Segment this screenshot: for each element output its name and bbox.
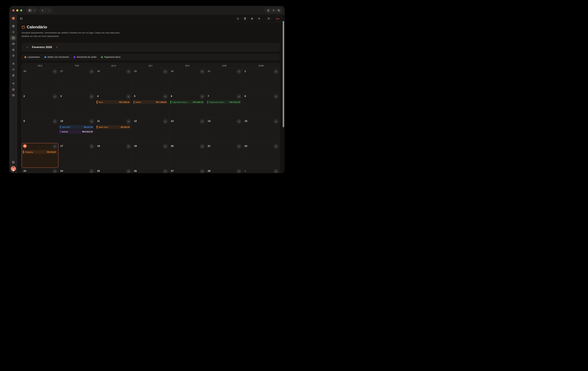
sidebar-item-cards[interactable] [10,41,16,46]
add-event-button[interactable]: + [163,69,168,74]
add-event-button[interactable]: + [126,119,131,124]
sidebar-item-users[interactable] [10,61,16,66]
add-event-button[interactable]: + [274,69,278,74]
light-theme-sun-icon[interactable] [256,16,262,21]
calendar-day-cell[interactable]: 22+ [243,143,280,168]
sidebar-item-performance[interactable] [10,53,16,58]
calendar-day-cell[interactable]: 14+ [206,118,243,143]
calendar-day-cell[interactable]: 8+ [243,93,280,118]
event-chip[interactable]: ShoppingR$ 125,00 [23,150,57,154]
forward-icon[interactable] [47,9,50,12]
calendar-day-cell[interactable]: 19+ [132,143,169,168]
panel-toggle-icon[interactable] [20,17,23,20]
add-event-button[interactable]: + [237,94,241,99]
calendar-day-cell[interactable]: 7+Pagamento fatura ...R$ 5.913,78 [206,93,243,118]
add-event-button[interactable]: + [200,94,205,99]
add-event-button[interactable]: + [274,169,278,173]
add-event-button[interactable]: + [89,144,94,149]
settings-gear-icon[interactable] [12,161,15,164]
sidebar-item-banks[interactable] [10,47,16,52]
add-event-button[interactable]: + [237,144,241,149]
calendar-day-cell[interactable]: 1+ [243,168,280,173]
close-window-button[interactable] [12,9,14,11]
calendar-day-cell[interactable]: 1+ [243,68,280,93]
calendar-day-cell[interactable]: 31+ [206,68,243,93]
chevron-down-icon[interactable] [33,9,35,11]
calendar-day-cell[interactable]: 28+ [206,168,243,173]
sidebar-item-ai-assistant[interactable] [10,81,16,86]
new-tab-icon[interactable] [272,9,275,12]
sidebar-item-calendar[interactable] [10,36,16,40]
back-icon[interactable] [41,9,44,12]
calendar-day-cell[interactable]: 24+ [59,168,95,173]
calendar-day-cell[interactable]: 10+Claro NETR$ 117,34NubankR$ 5.913,78 [59,118,95,143]
add-event-button[interactable]: + [274,144,278,149]
sidebar-item-notes[interactable] [10,73,16,78]
event-chip[interactable]: Pagamento fatura ...R$ 5.913,78 [207,100,241,104]
previous-month-chevron-icon[interactable] [26,46,29,49]
user-avatar[interactable] [11,166,16,171]
calendar-day-cell[interactable]: 9+ [22,118,59,143]
add-event-button[interactable]: + [274,94,278,99]
calendar-day-cell[interactable]: 17+ [59,143,95,168]
add-event-button[interactable]: + [163,94,168,99]
event-chip[interactable]: SalárioR$ 7.400,00 [134,100,168,104]
scrollbar-thumb[interactable] [283,21,284,127]
add-event-button[interactable]: + [126,94,131,99]
add-event-button[interactable]: + [52,94,57,99]
add-event-button[interactable]: + [237,169,241,173]
calendar-day-cell[interactable]: 16+ShoppingR$ 125,00 [22,143,59,168]
add-event-button[interactable]: + [200,169,205,173]
calendar-day-cell[interactable]: 18+ [95,143,132,168]
add-event-button[interactable]: + [89,94,94,99]
calendar-day-cell[interactable]: 23+ [22,168,59,173]
share-icon[interactable] [267,9,270,12]
calendar-day-cell[interactable]: 12+ [132,118,169,143]
minimize-window-button[interactable] [16,9,18,11]
logout-button[interactable]: Sair [273,16,282,21]
add-event-button[interactable]: + [126,144,131,149]
sidebar-toggle-icon[interactable] [28,9,32,12]
calculator-icon[interactable] [242,16,248,21]
calendar-day-cell[interactable]: 15+ [243,118,280,143]
calendar-day-cell[interactable]: 4+StoreR$ 5.435,44 [95,93,132,118]
calendar-day-cell[interactable]: 26+ [22,68,59,93]
add-event-button[interactable]: + [200,119,205,124]
calendar-day-cell[interactable]: 28+ [95,68,132,93]
add-event-button[interactable]: + [274,119,278,124]
calendar-day-cell[interactable]: 13+ [169,118,206,143]
calendar-day-cell[interactable]: 25+ [95,168,132,173]
add-event-button[interactable]: + [89,169,94,173]
calendar-day-cell[interactable]: 27+ [169,168,206,173]
zoom-window-button[interactable] [20,9,22,11]
add-event-button[interactable]: + [126,169,131,173]
add-event-button[interactable]: + [52,119,57,124]
add-event-button[interactable]: + [237,69,241,74]
calendar-day-cell[interactable]: 20+ [169,143,206,168]
feedback-chat-icon[interactable] [266,16,272,21]
add-event-button[interactable]: + [89,69,94,74]
calendar-day-cell[interactable]: 5+SalárioR$ 7.400,00 [132,93,169,118]
sidebar-item-reports[interactable] [10,87,16,92]
tab-overview-icon[interactable] [277,9,280,12]
calendar-day-cell[interactable]: 21+ [206,143,243,168]
add-event-button[interactable]: + [237,119,241,124]
calendar-day-cell[interactable]: 3+ [59,93,95,118]
add-event-button[interactable]: + [163,144,168,149]
calendar-day-cell[interactable]: 26+ [132,168,169,173]
event-chip[interactable]: Claro NETR$ 117,34 [60,125,94,129]
add-event-button[interactable]: + [89,119,94,124]
sidebar-item-accounts[interactable] [10,93,16,98]
add-event-button[interactable]: + [200,144,205,149]
add-event-button[interactable]: + [163,119,168,124]
add-event-button[interactable]: + [52,69,57,74]
add-event-button[interactable]: + [52,169,57,173]
add-event-button[interactable]: + [126,69,131,74]
event-chip[interactable]: StoreR$ 5.435,44 [97,100,131,104]
app-logo-asterisk-icon[interactable] [11,16,15,20]
event-chip[interactable]: Pagamento fatura...R$ 5.992,45 [170,100,204,104]
next-month-chevron-icon[interactable] [55,46,58,49]
sidebar-item-transactions[interactable] [10,30,16,34]
event-chip[interactable]: Apple StoreR$ 333,34 [97,125,131,129]
calendar-day-cell[interactable]: 6+Pagamento fatura...R$ 5.992,45 [169,93,206,118]
